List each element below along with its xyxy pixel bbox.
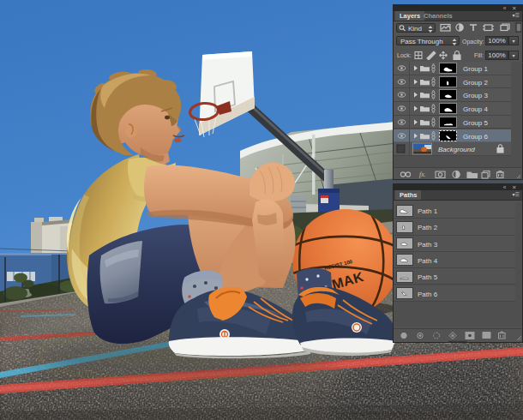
svg-text:fx.: fx. <box>419 171 426 178</box>
